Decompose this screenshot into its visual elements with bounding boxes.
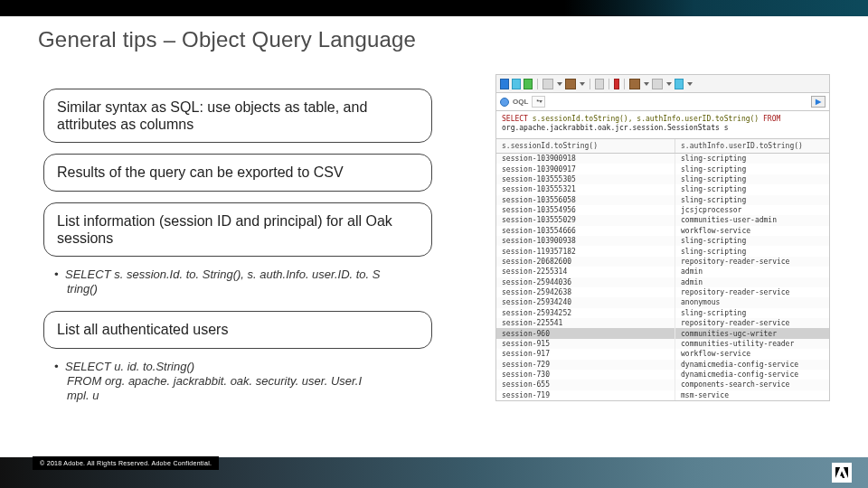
cell-sessionid: session-119357182 — [496, 246, 675, 256]
cell-sessionid: session-25944036 — [496, 277, 675, 287]
scope-dropdown[interactable]: * — [532, 96, 545, 108]
cell-sessionid: session-103555321 — [496, 184, 675, 194]
cell-sessionid: session-730 — [496, 370, 675, 380]
chart-icon[interactable] — [512, 79, 521, 89]
table-row[interactable]: session-729dynamicmedia-config-service — [496, 360, 829, 370]
table-row[interactable]: session-655components-search-service — [496, 380, 829, 389]
cell-sessionid: session-25942638 — [496, 287, 675, 297]
table-row[interactable]: session-25942638repository-reader-servic… — [496, 287, 829, 297]
table-row[interactable]: session-119357182sling-scripting — [496, 246, 829, 256]
tip-pill-syntax: Similar syntax as SQL: use objects as ta… — [43, 89, 432, 143]
table-row[interactable]: session-719msm-service — [496, 390, 829, 400]
info-icon[interactable] — [500, 79, 509, 89]
dropdown-icon[interactable] — [644, 82, 649, 86]
table-row[interactable]: session-960communities-ugc-writer — [496, 328, 829, 338]
alert-icon[interactable] — [614, 79, 619, 89]
table-row[interactable]: session-103555321sling-scripting — [496, 184, 829, 194]
table-row[interactable]: session-103900938sling-scripting — [496, 236, 829, 246]
slide-title: General tips – Object Query Language — [38, 27, 416, 52]
cell-sessionid: session-20682600 — [496, 257, 675, 267]
cell-userid: sling-scripting — [675, 195, 829, 205]
query-editor[interactable]: SELECT s.sessionId.toString(), s.authInf… — [495, 111, 830, 139]
cell-sessionid: session-103555305 — [496, 174, 675, 184]
table-row[interactable]: session-103556058sling-scripting — [496, 195, 829, 205]
dropdown-icon[interactable] — [580, 82, 585, 86]
cell-userid: repository-reader-service — [675, 257, 829, 267]
kw-select: SELECT — [502, 115, 528, 123]
bullet-icon: • — [54, 360, 65, 374]
adobe-logo — [832, 463, 852, 483]
result-body[interactable]: session-103900918sling-scriptingsession-… — [495, 154, 830, 401]
table-row[interactable]: session-917workflow-service — [496, 349, 829, 359]
dropdown-icon[interactable] — [687, 82, 693, 86]
cell-userid: sling-scripting — [675, 184, 829, 194]
cell-userid: workflow-service — [675, 349, 829, 359]
run-button[interactable]: ▶ — [811, 96, 826, 108]
query-from-clause: org.apache.jackrabbit.oak.jcr.session.Se… — [502, 124, 728, 132]
query-example-1-line1: SELECT s. session.Id. to. String(), s. a… — [65, 267, 381, 281]
table-row[interactable]: session-2255314admin — [496, 267, 829, 277]
cell-sessionid: session-960 — [496, 328, 675, 338]
cell-userid: jcsjcprocessor — [675, 205, 829, 215]
oql-control-row: OQL * ▶ — [495, 93, 830, 111]
dropdown-icon[interactable] — [557, 82, 562, 86]
copyright-label: © 2018 Adobe. All Rights Reserved. Adobe… — [33, 456, 219, 470]
table-row[interactable]: session-103555029communities-user-admin — [496, 215, 829, 225]
cell-sessionid: session-915 — [496, 339, 675, 349]
cell-userid: anonymous — [675, 297, 829, 307]
cell-sessionid: session-25934240 — [496, 297, 675, 307]
table-row[interactable]: session-103554666workflow-service — [496, 226, 829, 236]
cell-userid: admin — [675, 277, 829, 287]
adobe-a-icon — [835, 466, 848, 479]
cell-userid: sling-scripting — [675, 174, 829, 184]
cell-userid: sling-scripting — [675, 236, 829, 246]
table-row[interactable]: session-225541repository-reader-service — [496, 318, 829, 328]
cell-userid: admin — [675, 267, 829, 277]
cell-userid: communities-ugc-writer — [675, 328, 829, 338]
cell-sessionid: session-719 — [496, 390, 675, 400]
cell-userid: communities-user-admin — [675, 215, 829, 225]
toolbar-separator — [537, 79, 538, 89]
grid-icon[interactable] — [542, 79, 553, 89]
cell-userid: dynamicmedia-config-service — [675, 370, 829, 380]
cell-userid: sling-scripting — [675, 164, 829, 174]
table-row[interactable]: session-103555305sling-scripting — [496, 174, 829, 184]
cell-sessionid: session-103554666 — [496, 226, 675, 236]
cell-userid: sling-scripting — [675, 154, 829, 164]
table-row[interactable]: session-25934240anonymous — [496, 297, 829, 307]
query-example-2: •SELECT u. id. to.String() FROM org. apa… — [54, 360, 432, 404]
dropdown-icon[interactable] — [666, 82, 672, 86]
table-row[interactable]: session-103900917sling-scripting — [496, 164, 829, 174]
left-column: Similar syntax as SQL: use objects as ta… — [43, 89, 432, 418]
cell-sessionid: session-2255314 — [496, 267, 675, 277]
table-row[interactable]: session-25934252sling-scripting — [496, 308, 829, 318]
settings-icon[interactable] — [675, 79, 684, 89]
result-header-userid[interactable]: s.authInfo.userID.toString() — [675, 139, 829, 153]
table-row[interactable]: session-25944036admin — [496, 277, 829, 287]
toolbar-separator — [624, 79, 625, 89]
table-row[interactable]: session-20682600repository-reader-servic… — [496, 257, 829, 267]
query-example-2-line3: mpl. u — [67, 389, 432, 403]
tip-pill-sessions: List information (session ID and princip… — [43, 202, 432, 257]
cell-userid: workflow-service — [675, 226, 829, 236]
cell-sessionid: session-103900938 — [496, 236, 675, 246]
cell-sessionid: session-917 — [496, 349, 675, 359]
search-icon[interactable] — [595, 79, 604, 89]
box-icon[interactable] — [565, 79, 576, 89]
table-row[interactable]: session-103900918sling-scripting — [496, 154, 829, 164]
cell-userid: sling-scripting — [675, 308, 829, 318]
table-row[interactable]: session-103554956jcsjcprocessor — [496, 205, 829, 215]
query-language-label: OQL — [513, 98, 528, 106]
query-example-1-line2: tring() — [67, 282, 432, 296]
menu-icon[interactable] — [652, 79, 663, 89]
cell-userid: communities-utility-reader — [675, 339, 829, 349]
table-row[interactable]: session-730dynamicmedia-config-service — [496, 370, 829, 380]
tree-icon[interactable] — [524, 79, 533, 89]
package-icon[interactable] — [629, 79, 640, 89]
result-header-row: s.sessionId.toString() s.authInfo.userID… — [495, 139, 830, 154]
cell-sessionid: session-103556058 — [496, 195, 675, 205]
table-row[interactable]: session-915communities-utility-reader — [496, 339, 829, 349]
cell-userid: repository-reader-service — [675, 318, 829, 328]
result-header-sessionid[interactable]: s.sessionId.toString() — [496, 139, 675, 153]
query-example-2-line1: SELECT u. id. to.String() — [65, 360, 194, 373]
